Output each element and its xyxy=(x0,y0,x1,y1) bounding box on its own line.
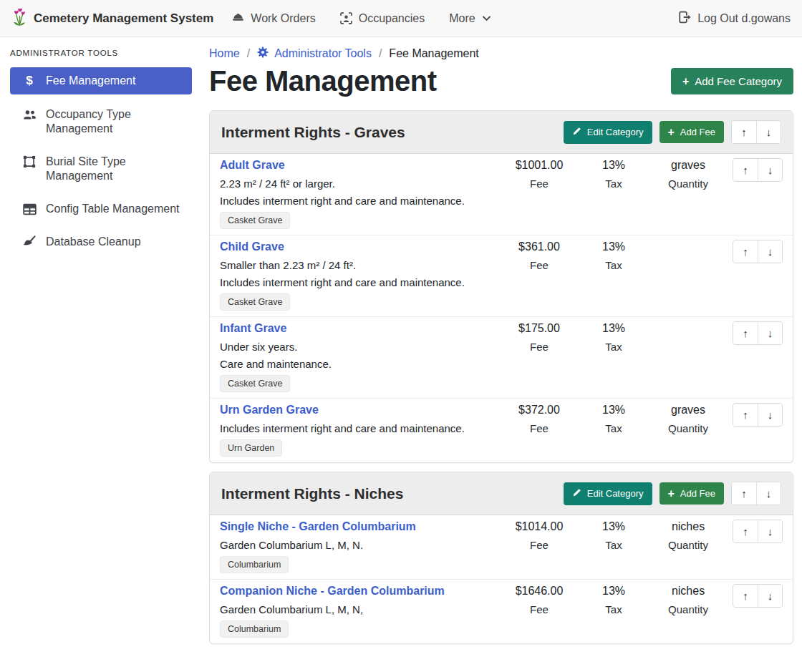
fee-category-card: Interment Rights - Niches Edit Category … xyxy=(209,472,793,644)
fee-description: Garden Columbarium L, M, N, xyxy=(220,603,495,615)
sidebar-item-label: Occupancy Type Management xyxy=(46,107,186,136)
category-move-down-button[interactable]: ↓ xyxy=(756,121,781,143)
category-move-down-button[interactable]: ↓ xyxy=(756,482,781,505)
fee-move-up-button[interactable]: ↑ xyxy=(733,404,758,426)
fee-description: Includes interment right and care and ma… xyxy=(220,276,495,288)
fee-reorder-buttons: ↑ ↓ xyxy=(733,520,783,543)
edit-category-button[interactable]: Edit Category xyxy=(564,121,652,144)
fee-move-up-button[interactable]: ↑ xyxy=(733,240,758,263)
quantity-unit: graves xyxy=(651,158,725,172)
sidebar-item-burial-site-type-management[interactable]: Burial Site Type Management xyxy=(10,149,192,189)
category-title: Interment Rights - Graves xyxy=(221,124,405,141)
add-fee-label: Add Fee xyxy=(680,127,715,137)
fee-move-down-button[interactable]: ↓ xyxy=(758,240,782,263)
add-fee-category-label: Add Fee Category xyxy=(695,75,782,87)
fee-move-up-button[interactable]: ↑ xyxy=(733,159,758,181)
top-navbar: Cemetery Management System Work Orders xyxy=(0,0,802,37)
fee-amount: $1646.00 xyxy=(502,584,576,598)
sidebar-item-config-table-management[interactable]: Config Table Management xyxy=(10,196,192,222)
bounding-box-icon xyxy=(21,155,37,168)
fee-move-down-button[interactable]: ↓ xyxy=(758,404,782,426)
fee-row: Companion Niche - Garden Columbarium Gar… xyxy=(210,579,793,643)
tax-label: Tax xyxy=(576,341,651,353)
sidebar-item-label: Burial Site Type Management xyxy=(46,155,186,183)
fee-name-link[interactable]: Infant Grave xyxy=(220,321,286,336)
fee-name-link[interactable]: Companion Niche - Garden Columbarium xyxy=(220,584,445,598)
breadcrumb-home-link[interactable]: Home xyxy=(209,47,240,60)
sidebar-item-label: Database Cleanup xyxy=(46,235,141,249)
breadcrumb-current: Fee Management xyxy=(389,47,478,60)
fee-move-down-button[interactable]: ↓ xyxy=(758,585,782,607)
fee-description: Garden Columbarium L, M, N. xyxy=(220,539,495,551)
main-nav: Work Orders Occupancies xyxy=(232,12,678,25)
fee-name-link[interactable]: Adult Grave xyxy=(220,158,285,172)
fee-reorder-buttons: ↑ ↓ xyxy=(733,240,783,263)
fee-description: Under six years. xyxy=(220,341,495,353)
fee-label: Fee xyxy=(502,422,576,434)
category-move-up-button[interactable]: ↑ xyxy=(732,482,756,505)
fee-description: 2.23 m² / 24 ft² or larger. xyxy=(220,177,495,190)
person-bounding-box-icon xyxy=(340,12,352,24)
fee-category-card: Interment Rights - Graves Edit Category … xyxy=(209,110,793,463)
sidebar-item-label: Config Table Management xyxy=(46,202,180,216)
people-icon xyxy=(21,108,37,122)
fee-move-up-button[interactable]: ↑ xyxy=(733,520,758,542)
fee-row: Adult Grave 2.23 m² / 24 ft² or larger.I… xyxy=(210,154,793,235)
sidebar-item-database-cleanup[interactable]: Database Cleanup xyxy=(10,229,192,255)
category-move-up-button[interactable]: ↑ xyxy=(732,121,756,143)
fee-type-badge: Casket Grave xyxy=(220,375,290,392)
page-title: Fee Management xyxy=(209,65,437,97)
gear-icon xyxy=(257,47,269,61)
fee-type-badge: Urn Garden xyxy=(220,439,282,457)
fee-reorder-buttons: ↑ ↓ xyxy=(733,321,783,345)
add-fee-category-button[interactable]: + Add Fee Category xyxy=(671,68,793,94)
add-fee-label: Add Fee xyxy=(680,488,715,499)
nav-work-orders[interactable]: Work Orders xyxy=(232,12,315,25)
fee-move-up-button[interactable]: ↑ xyxy=(733,322,758,344)
fee-reorder-buttons: ↑ ↓ xyxy=(733,403,783,427)
pencil-icon xyxy=(572,488,581,500)
tax-label: Tax xyxy=(576,603,651,615)
category-header: Interment Rights - Graves Edit Category … xyxy=(210,111,793,154)
fee-description: Care and maintenance. xyxy=(220,358,495,370)
pencil-icon xyxy=(572,127,581,138)
fee-move-down-button[interactable]: ↓ xyxy=(758,520,782,542)
quantity-unit: niches xyxy=(651,520,725,534)
fee-row: Single Niche - Garden Columbarium Garden… xyxy=(210,515,793,579)
fee-reorder-buttons: ↑ ↓ xyxy=(733,158,783,182)
fee-name-link[interactable]: Single Niche - Garden Columbarium xyxy=(220,520,416,534)
tax-label: Tax xyxy=(576,539,651,551)
tax-amount: 13% xyxy=(576,240,651,254)
nav-more[interactable]: More xyxy=(449,12,491,25)
add-fee-button[interactable]: + Add Fee xyxy=(660,482,725,505)
tulip-logo-icon xyxy=(11,7,28,30)
tax-amount: 13% xyxy=(576,584,651,598)
add-fee-button[interactable]: + Add Fee xyxy=(660,121,725,143)
nav-occupancies[interactable]: Occupancies xyxy=(340,12,425,25)
sidebar-item-occupancy-type-management[interactable]: Occupancy Type Management xyxy=(10,102,192,142)
edit-category-button[interactable]: Edit Category xyxy=(564,482,652,505)
category-header: Interment Rights - Niches Edit Category … xyxy=(210,472,793,515)
app-brand[interactable]: Cemetery Management System xyxy=(11,7,213,30)
table-icon xyxy=(21,203,37,216)
tax-amount: 13% xyxy=(576,158,651,172)
sidebar-item-fee-management[interactable]: $ Fee Management xyxy=(10,67,192,94)
main-content: Home / Administrator Tool xyxy=(200,37,802,672)
fee-name-link[interactable]: Urn Garden Grave xyxy=(220,403,319,417)
fee-move-down-button[interactable]: ↓ xyxy=(758,159,782,181)
fee-move-up-button[interactable]: ↑ xyxy=(733,585,758,607)
quantity-label: Quantity xyxy=(651,603,725,615)
fee-description: Smaller than 2.23 m² / 24 ft². xyxy=(220,259,495,271)
breadcrumb: Home / Administrator Tool xyxy=(209,47,793,61)
tax-amount: 13% xyxy=(576,403,651,417)
category-reorder-buttons: ↑ ↓ xyxy=(731,482,781,505)
breadcrumb-admin-tools-link[interactable]: Administrator Tools xyxy=(257,47,372,61)
fee-amount: $1014.00 xyxy=(502,520,576,534)
fee-label: Fee xyxy=(502,259,576,271)
fee-label: Fee xyxy=(502,539,576,551)
logout-button[interactable]: Log Out d.gowans xyxy=(678,11,791,26)
quantity-label: Quantity xyxy=(651,539,725,551)
fee-move-down-button[interactable]: ↓ xyxy=(758,322,782,344)
fee-amount: $361.00 xyxy=(502,240,576,254)
fee-name-link[interactable]: Child Grave xyxy=(220,240,284,254)
